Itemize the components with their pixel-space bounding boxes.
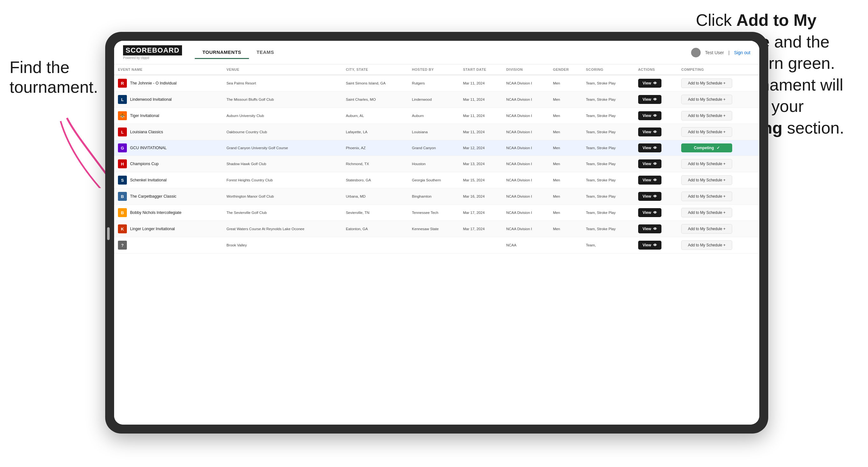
view-button[interactable]: View 👁 <box>638 224 661 234</box>
team-logo: S <box>118 176 127 185</box>
view-button[interactable]: View 👁 <box>638 111 661 120</box>
view-button[interactable]: View 👁 <box>638 79 661 88</box>
view-button[interactable]: View 👁 <box>638 159 661 168</box>
eye-icon: 👁 <box>653 81 657 86</box>
eye-icon: 👁 <box>653 114 657 118</box>
view-label: View <box>643 97 651 102</box>
team-logo: L <box>118 127 127 136</box>
hosted-by-cell: Binghamton <box>408 188 459 205</box>
table-row: LLindenwood InvitationalThe Missouri Blu… <box>114 92 759 108</box>
city-state-cell: Statesboro, GA <box>342 172 408 188</box>
table-row: SSchenkel InvitationalForest Heights Cou… <box>114 172 759 188</box>
event-name: Louisiana Classics <box>130 130 163 134</box>
event-name: Champions Cup <box>130 162 159 166</box>
division-cell: NCAA Division I <box>502 75 549 92</box>
event-name-cell: 🐯Tiger Invitational <box>114 108 222 124</box>
add-schedule-button[interactable]: Add to My Schedule + <box>681 111 732 121</box>
view-button[interactable]: View 👁 <box>638 192 661 201</box>
col-venue: VENUE <box>222 64 342 75</box>
view-label: View <box>643 81 651 86</box>
add-schedule-button[interactable]: Add to My Schedule + <box>681 159 732 168</box>
nav-tab-teams[interactable]: TEAMS <box>249 46 282 59</box>
competing-cell: Add to My Schedule + <box>677 237 759 253</box>
event-name: GCU INVITATIONAL <box>130 146 167 150</box>
add-schedule-button[interactable]: Add to My Schedule + <box>681 240 732 250</box>
team-logo: L <box>118 95 127 104</box>
event-name: The Carpetbagger Classic <box>130 194 176 198</box>
scoring-cell: Team, Stroke Play <box>582 188 634 205</box>
col-scoring: SCORING <box>582 64 634 75</box>
nav-tab-tournaments[interactable]: TOURNAMENTS <box>195 46 249 59</box>
city-state-cell: Urbana, MD <box>342 188 408 205</box>
competing-button[interactable]: Competing ✓ <box>681 144 732 152</box>
sign-out-link[interactable]: Sign out <box>734 50 750 55</box>
scoring-cell: Team, Stroke Play <box>582 205 634 221</box>
hosted-by-cell <box>408 237 459 253</box>
table-body: RThe Johnnie - O IndividualSea Palms Res… <box>114 75 759 253</box>
city-state-cell: Richmond, TX <box>342 156 408 172</box>
view-button[interactable]: View 👁 <box>638 127 661 136</box>
venue-cell: The Sevierville Golf Club <box>222 205 342 221</box>
view-button[interactable]: View 👁 <box>638 95 661 104</box>
division-cell: NCAA Division I <box>502 140 549 156</box>
competing-cell: Add to My Schedule + <box>677 124 759 140</box>
hosted-by-cell: Louisiana <box>408 124 459 140</box>
add-schedule-button[interactable]: Add to My Schedule + <box>681 127 732 137</box>
city-state-cell: Saint Simons Island, GA <box>342 75 408 92</box>
logo-text: SCOREBOARD <box>123 45 182 56</box>
start-date-cell: Mar 17, 2024 <box>459 221 502 237</box>
team-logo: R <box>118 79 127 88</box>
event-name-cell: ? <box>114 237 222 253</box>
venue-cell: Shadow Hawk Golf Club <box>222 156 342 172</box>
table-container[interactable]: EVENT NAME VENUE CITY, STATE HOSTED BY S… <box>114 64 759 425</box>
team-logo: ? <box>118 241 127 250</box>
event-name-cell: RThe Johnnie - O Individual <box>114 75 222 92</box>
competing-cell: Add to My Schedule + <box>677 221 759 237</box>
team-logo: 🐯 <box>118 111 127 120</box>
view-label: View <box>643 162 651 166</box>
eye-icon: 👁 <box>653 178 657 182</box>
venue-cell: Forest Heights Country Club <box>222 172 342 188</box>
event-name-cell: HChampions Cup <box>114 156 222 172</box>
gender-cell: Men <box>549 221 582 237</box>
start-date-cell: Mar 11, 2024 <box>459 108 502 124</box>
start-date-cell: Mar 17, 2024 <box>459 205 502 221</box>
city-state-cell <box>342 237 408 253</box>
view-button[interactable]: View 👁 <box>638 208 661 217</box>
col-hosted-by: HOSTED BY <box>408 64 459 75</box>
add-schedule-label: Add to My Schedule + <box>688 227 725 231</box>
header-right: Test User | Sign out <box>691 48 750 57</box>
add-schedule-button[interactable]: Add to My Schedule + <box>681 224 732 234</box>
add-schedule-button[interactable]: Add to My Schedule + <box>681 79 732 88</box>
start-date-cell: Mar 15, 2024 <box>459 172 502 188</box>
city-state-cell: Phoenix, AZ <box>342 140 408 156</box>
event-name: Linger Longer Invitational <box>130 227 175 231</box>
actions-cell: View 👁 <box>634 221 678 237</box>
start-date-cell: Mar 12, 2024 <box>459 140 502 156</box>
tournaments-table: EVENT NAME VENUE CITY, STATE HOSTED BY S… <box>114 64 759 253</box>
col-city-state: CITY, STATE <box>342 64 408 75</box>
add-schedule-button[interactable]: Add to My Schedule + <box>681 175 732 185</box>
add-schedule-label: Add to My Schedule + <box>688 210 725 215</box>
eye-icon: 👁 <box>653 130 657 134</box>
view-button[interactable]: View 👁 <box>638 176 661 185</box>
event-name: Tiger Invitational <box>130 114 159 118</box>
start-date-cell: Mar 13, 2024 <box>459 156 502 172</box>
division-cell: NCAA Division I <box>502 205 549 221</box>
user-name: Test User <box>705 50 724 55</box>
add-schedule-label: Add to My Schedule + <box>688 162 725 166</box>
team-logo: B <box>118 192 127 201</box>
add-schedule-button[interactable]: Add to My Schedule + <box>681 208 732 217</box>
event-name: Schenkel Invitational <box>130 178 167 182</box>
division-cell: NCAA Division I <box>502 108 549 124</box>
hosted-by-cell: Georgia Southern <box>408 172 459 188</box>
table-header: EVENT NAME VENUE CITY, STATE HOSTED BY S… <box>114 64 759 75</box>
view-button[interactable]: View 👁 <box>638 144 661 152</box>
add-schedule-button[interactable]: Add to My Schedule + <box>681 192 732 201</box>
add-schedule-button[interactable]: Add to My Schedule + <box>681 95 732 104</box>
venue-cell: Great Waters Course At Reynolds Lake Oco… <box>222 221 342 237</box>
view-button[interactable]: View 👁 <box>638 241 661 250</box>
gender-cell: Men <box>549 108 582 124</box>
eye-icon: 👁 <box>653 194 657 198</box>
competing-cell: Add to My Schedule + <box>677 172 759 188</box>
